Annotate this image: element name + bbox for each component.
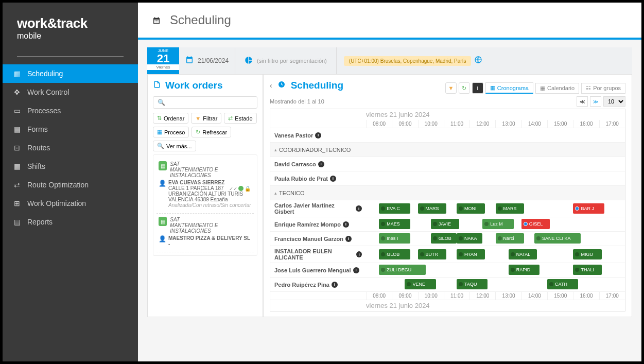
nav-icon: ▭ bbox=[13, 107, 21, 115]
collapse-arrow-icon[interactable]: ‹ bbox=[270, 81, 272, 90]
hour-label: 11:00 bbox=[444, 120, 469, 128]
scheduled-task[interactable]: THALI bbox=[573, 265, 601, 275]
sidebar-item-shifts[interactable]: ▦Shifts bbox=[3, 157, 138, 176]
row-track[interactable] bbox=[366, 157, 625, 171]
scheduled-task[interactable]: Narci bbox=[496, 233, 524, 244]
row-track[interactable] bbox=[366, 143, 625, 157]
info-tool[interactable]: i bbox=[472, 82, 483, 94]
info-icon[interactable]: i bbox=[330, 176, 336, 182]
page-size-select[interactable]: 10 bbox=[603, 96, 625, 107]
scheduled-task[interactable]: MARS bbox=[496, 203, 524, 214]
row-track[interactable]: MAESJAVIELuz MGISEL bbox=[366, 217, 625, 231]
calendar-pick-icon[interactable] bbox=[185, 56, 194, 66]
task-dot-icon bbox=[459, 252, 463, 256]
scheduled-task[interactable]: ZULI DEGU bbox=[379, 265, 426, 275]
sidebar-item-work-optimization[interactable]: ⊞Work Optimization bbox=[3, 194, 138, 213]
hour-label: 16:00 bbox=[573, 292, 599, 300]
info-icon[interactable]: i bbox=[356, 251, 362, 257]
filter-tool[interactable]: ▼ bbox=[445, 82, 457, 94]
info-icon[interactable]: i bbox=[356, 205, 362, 212]
scheduled-task[interactable]: MONI bbox=[457, 203, 485, 214]
task-dot-icon bbox=[381, 268, 385, 272]
hour-label: 10:00 bbox=[418, 120, 444, 128]
row-track[interactable] bbox=[366, 186, 625, 200]
gantt-person-row: Paula Rubio de Prat i bbox=[270, 171, 625, 186]
row-track[interactable]: ZULI DEGURAPIDTHALI bbox=[366, 263, 625, 277]
info-icon[interactable]: i bbox=[345, 236, 352, 242]
row-track[interactable] bbox=[366, 128, 625, 142]
search-input[interactable] bbox=[153, 96, 257, 109]
row-track[interactable]: Ines IGLOBNAKANarciSANE CLI KA bbox=[366, 232, 625, 246]
scheduled-task[interactable]: BAR J bbox=[573, 203, 604, 214]
scheduled-task[interactable]: MARS bbox=[418, 203, 446, 214]
view-more-button[interactable]: 🔍Ver más... bbox=[153, 141, 196, 151]
refresh-button[interactable]: ↻Refrescar bbox=[192, 127, 231, 137]
timezone-badge[interactable]: (UTC+01:00) Bruselas, Copenhague, Madrid… bbox=[337, 47, 490, 74]
row-name: Jose Luis Guerrero Mengual i bbox=[270, 265, 366, 275]
hour-label: 08:00 bbox=[366, 292, 392, 300]
scheduled-task[interactable]: EVA C bbox=[379, 203, 410, 214]
sort-button[interactable]: ⇅Ordenar bbox=[153, 113, 188, 124]
tab-porgrupos[interactable]: ☷ Por grupos bbox=[581, 83, 625, 94]
chevron-up-icon[interactable]: ▴ bbox=[274, 190, 277, 196]
person-icon: 👤 bbox=[159, 235, 166, 242]
work-order-card[interactable]: ▤SATMANTENIMIENTO E INSTALACIONES👤EVA CU… bbox=[156, 158, 254, 214]
chevron-up-icon[interactable]: ▴ bbox=[274, 147, 277, 152]
scheduled-task[interactable]: SANE CLI KA bbox=[534, 233, 581, 244]
nav-icon: ▤ bbox=[13, 218, 21, 226]
date-box[interactable]: JUNE 21 Viernes bbox=[147, 47, 179, 74]
segmentation-filter[interactable]: (sin filtro por segmentación) bbox=[235, 47, 337, 74]
pager-first[interactable]: ≪ bbox=[577, 96, 588, 107]
pager-next[interactable]: ≫ bbox=[590, 96, 601, 107]
status-button[interactable]: ⇄Estado bbox=[224, 113, 256, 124]
row-track[interactable]: GLOBBUTRFRANNATALMIGU bbox=[366, 248, 625, 262]
scheduled-task[interactable]: GLOB bbox=[431, 233, 457, 244]
info-icon[interactable]: i bbox=[315, 132, 321, 138]
scheduled-task[interactable]: GISEL bbox=[521, 219, 550, 229]
scheduled-task[interactable]: Luz M bbox=[482, 219, 513, 229]
work-order-list[interactable]: ▤SATMANTENIMIENTO E INSTALACIONES👤EVA CU… bbox=[153, 154, 257, 256]
scheduled-task[interactable]: Ines I bbox=[379, 233, 410, 244]
hour-label: 13:00 bbox=[495, 120, 521, 128]
task-dot-icon bbox=[459, 206, 463, 211]
sidebar-item-processes[interactable]: ▭Processes bbox=[3, 101, 138, 120]
work-order-card[interactable]: ▤SATMANTENIMIENTO E INSTALACIONES👤MAESTR… bbox=[156, 214, 254, 252]
scheduled-task[interactable]: TAQU bbox=[457, 279, 488, 289]
info-icon[interactable]: i bbox=[318, 161, 324, 167]
scheduled-task[interactable]: RAPID bbox=[509, 265, 539, 275]
row-track[interactable] bbox=[366, 171, 625, 185]
gantt-person-row: Pedro Ruipérez Pina iVENETAQUCATH bbox=[270, 278, 625, 292]
row-name: Carlos Javier Martínez Gisbert i bbox=[270, 200, 366, 217]
scheduled-task[interactable]: JAVIE bbox=[431, 219, 459, 229]
scheduled-task[interactable]: FRAN bbox=[457, 249, 485, 259]
gantt-header: 08:0009:0010:0011:0012:0013:0014:0015:00… bbox=[270, 120, 625, 128]
nav-label: Scheduling bbox=[27, 70, 63, 78]
sidebar-item-work-control[interactable]: ✥Work Control bbox=[3, 83, 138, 101]
scheduled-task[interactable]: MIGU bbox=[573, 249, 601, 259]
work-orders-panel: Work orders ⇅Ordenar ▼Filtrar ⇄Estado ▦P… bbox=[147, 74, 263, 317]
scheduled-task[interactable]: NAKA bbox=[457, 233, 482, 244]
task-dot-icon bbox=[498, 236, 502, 240]
sidebar-item-route-optimization[interactable]: ⇄Route Optimization bbox=[3, 176, 138, 194]
date-picker[interactable]: 21/06/2024 bbox=[179, 47, 235, 74]
scheduled-task[interactable]: MAES bbox=[379, 219, 410, 229]
process-button[interactable]: ▦Proceso bbox=[153, 127, 189, 137]
sidebar-item-routes[interactable]: ⊡Routes bbox=[3, 138, 138, 157]
row-track[interactable]: EVA CMARSMONIMARSBAR J bbox=[366, 202, 625, 216]
scheduled-task[interactable]: VENE bbox=[405, 279, 436, 289]
info-icon[interactable]: i bbox=[353, 267, 359, 273]
tab-calendario[interactable]: ▦ Calendario bbox=[535, 83, 579, 94]
scheduled-task[interactable]: NATAL bbox=[509, 249, 537, 259]
row-track[interactable]: VENETAQUCATH bbox=[366, 278, 625, 291]
sidebar-item-forms[interactable]: ▤Forms bbox=[3, 120, 138, 138]
scheduled-task[interactable]: BUTR bbox=[418, 249, 446, 259]
info-icon[interactable]: i bbox=[332, 282, 338, 288]
info-icon[interactable]: i bbox=[343, 221, 349, 228]
scheduled-task[interactable]: CATH bbox=[547, 279, 578, 289]
sidebar-item-scheduling[interactable]: ▦Scheduling bbox=[3, 64, 138, 83]
scheduled-task[interactable]: GLOB bbox=[379, 249, 410, 259]
tab-cronograma[interactable]: ▦ Cronograma bbox=[485, 82, 533, 94]
sidebar-item-reports[interactable]: ▤Reports bbox=[3, 213, 138, 231]
refresh-tool[interactable]: ↻ bbox=[459, 82, 470, 94]
filter-button[interactable]: ▼Filtrar bbox=[191, 113, 221, 124]
